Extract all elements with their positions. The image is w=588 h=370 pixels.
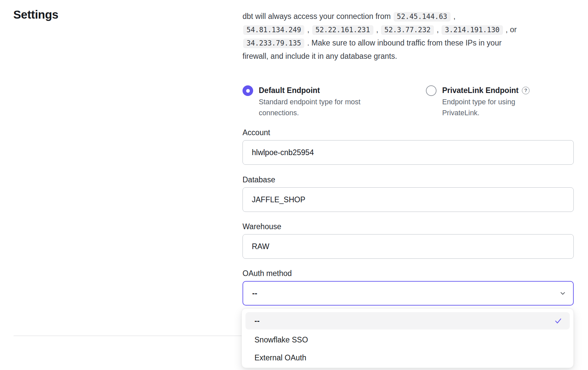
- account-input[interactable]: [243, 140, 574, 165]
- ip-address-chip: 34.233.79.135: [243, 39, 304, 48]
- ip-address-chip: 52.3.77.232: [381, 25, 434, 35]
- radio-option-text: PrivateLink Endpoint ? Endpoint type for…: [442, 85, 532, 119]
- database-input[interactable]: [243, 187, 574, 212]
- warehouse-input[interactable]: [243, 234, 574, 259]
- radio-option-label: Default Endpoint: [259, 85, 378, 96]
- settings-page: Settings dbt will always access your con…: [0, 0, 588, 370]
- radio-option-label-text: PrivateLink Endpoint: [442, 85, 519, 96]
- radio-option-description: Standard endpoint type for most connecti…: [259, 97, 378, 119]
- intro-text-segment: ,: [305, 25, 311, 34]
- radio-option-label-text: Default Endpoint: [259, 85, 320, 96]
- dropdown-option-snowflake-sso[interactable]: Snowflake SSO: [245, 331, 570, 349]
- radio-option-description: Endpoint type for using PrivateLink.: [442, 97, 532, 119]
- intro-text-segment: firewall, and include it in any database…: [243, 52, 397, 60]
- account-field: Account: [243, 128, 574, 165]
- checkmark-icon: [554, 317, 562, 325]
- page-title: Settings: [13, 8, 58, 21]
- radio-unselected-icon[interactable]: [426, 85, 437, 96]
- account-field-label: Account: [243, 128, 574, 137]
- dropdown-option-label: Snowflake SSO: [254, 335, 562, 344]
- ip-address-chip: 52.45.144.63: [394, 12, 451, 22]
- chevron-down-icon: [559, 290, 566, 297]
- oauth-method-select[interactable]: --: [243, 281, 574, 306]
- endpoint-type-radio-group: Default Endpoint Standard endpoint type …: [243, 85, 574, 118]
- dropdown-option-none[interactable]: --: [245, 312, 570, 329]
- warehouse-field: Warehouse: [243, 222, 574, 259]
- oauth-method-field-label: OAuth method: [243, 269, 574, 278]
- warehouse-field-label: Warehouse: [243, 222, 574, 231]
- dropdown-option-external-oauth[interactable]: External OAuth: [245, 349, 570, 367]
- dropdown-option-label: External OAuth: [254, 353, 562, 362]
- intro-text-segment: . Make sure to allow inbound traffic fro…: [305, 39, 501, 47]
- intro-text-segment: ,: [451, 12, 455, 21]
- help-icon[interactable]: ?: [522, 87, 530, 94]
- radio-selected-icon[interactable]: [243, 85, 253, 96]
- ip-address-chip: 3.214.191.130: [441, 25, 503, 35]
- dropdown-option-label: --: [254, 317, 554, 325]
- intro-text-segment: dbt will always access your connection f…: [243, 12, 393, 21]
- oauth-method-dropdown: -- Snowflake SSO External OAuth: [242, 308, 574, 368]
- radio-option-text: Default Endpoint Standard endpoint type …: [259, 85, 378, 119]
- oauth-method-field: OAuth method --: [243, 269, 574, 306]
- oauth-method-select-value: --: [252, 289, 559, 298]
- database-field-label: Database: [243, 175, 574, 184]
- ip-address-chip: 54.81.134.249: [243, 25, 304, 35]
- database-field: Database: [243, 175, 574, 212]
- intro-text: dbt will always access your connection f…: [243, 10, 574, 63]
- radio-option-default-endpoint[interactable]: Default Endpoint Standard endpoint type …: [243, 85, 378, 119]
- radio-option-privatelink-endpoint[interactable]: PrivateLink Endpoint ? Endpoint type for…: [426, 85, 532, 119]
- intro-text-segment: ,: [374, 25, 380, 34]
- radio-option-label: PrivateLink Endpoint ?: [442, 85, 532, 96]
- intro-text-segment: , or: [504, 25, 517, 34]
- ip-address-chip: 52.22.161.231: [312, 25, 373, 35]
- intro-text-segment: ,: [435, 25, 441, 34]
- section-divider: [14, 335, 242, 336]
